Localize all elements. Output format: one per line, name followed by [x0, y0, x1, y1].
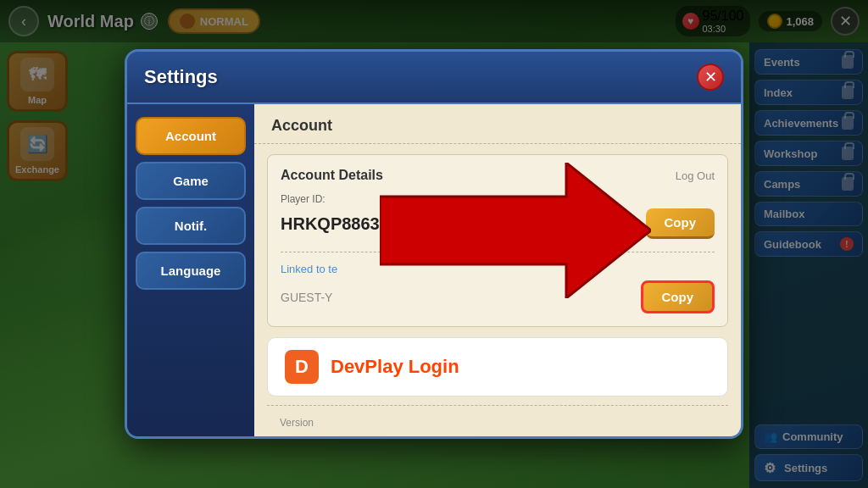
player-id-value: HRKQP8863 — [281, 214, 380, 234]
settings-content-area: Account Account Details Log Out Player I… — [254, 104, 741, 438]
modal-close-button[interactable]: ✕ — [697, 64, 724, 91]
linked-row: GUEST-Y Copy — [281, 280, 715, 313]
player-id-section: Player ID: HRKQP8863 Copy — [281, 193, 715, 239]
account-details-section: Account Details Log Out Player ID: HRKQP… — [267, 154, 728, 327]
devplay-login-button[interactable]: D DevPlay Login — [267, 337, 728, 396]
devplay-d-icon: D — [285, 350, 319, 384]
devplay-text: DevPlay Login — [331, 356, 459, 378]
linked-label: Linked to te — [281, 263, 715, 275]
account-details-header: Account Details Log Out — [281, 168, 715, 183]
copy-linked-button[interactable]: Copy — [641, 280, 715, 313]
tabs-sidebar: Account Game Notif. Language — [127, 104, 254, 438]
version-section: Version — [267, 405, 728, 434]
account-panel-title: Account — [271, 117, 332, 134]
settings-modal: Settings ✕ Account Game Notif. Language … — [125, 49, 743, 439]
tab-notif[interactable]: Notif. — [136, 207, 246, 245]
tab-language[interactable]: Language — [136, 252, 246, 290]
account-details-title: Account Details — [281, 168, 383, 183]
devplay-section: D DevPlay Login — [267, 337, 728, 396]
modal-header: Settings ✕ — [127, 52, 741, 104]
player-id-label: Player ID: — [281, 193, 715, 205]
tab-account[interactable]: Account — [136, 117, 246, 155]
modal-title: Settings — [144, 66, 218, 88]
linked-value: GUEST-Y — [281, 291, 332, 304]
logout-button[interactable]: Log Out — [676, 169, 715, 182]
version-label: Version — [280, 417, 314, 429]
account-panel-header: Account — [254, 104, 741, 144]
copy-player-id-button[interactable]: Copy — [646, 208, 715, 239]
tab-game[interactable]: Game — [136, 162, 246, 200]
linked-section: Linked to te GUEST-Y Copy — [281, 252, 715, 313]
modal-body: Account Game Notif. Language Account Acc… — [127, 104, 741, 438]
player-id-row: HRKQP8863 Copy — [281, 208, 715, 239]
account-panel: Account Account Details Log Out Player I… — [254, 104, 741, 438]
